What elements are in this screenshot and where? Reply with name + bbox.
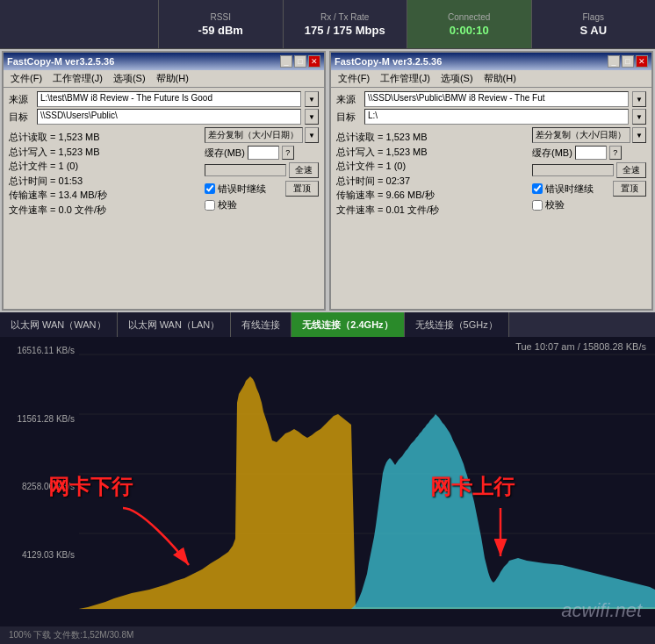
fc2-verify-label: 校验 bbox=[545, 198, 565, 211]
fc2-stats-and-controls: 总计读取 = 1,523 MB 总计写入 = 1,523 MB 总计文件 = 1… bbox=[336, 127, 646, 219]
fc2-window-buttons: _ □ ✕ bbox=[608, 55, 648, 68]
fc2-menu-options[interactable]: 选项(S) bbox=[435, 71, 479, 86]
fc1-stat-0: 总计读取 = 1,523 MB bbox=[9, 130, 107, 145]
fc2-source-input[interactable]: \\SSD\Users\Public\BMW i8 Review - The F… bbox=[364, 91, 629, 107]
fc2-source-dropdown[interactable]: ▼ bbox=[632, 91, 646, 107]
fc2-stat-4: 传输速率 = 9.66 MB/秒 bbox=[336, 188, 439, 203]
fc2-cache-input[interactable]: 128 bbox=[575, 146, 607, 160]
fc1-cache-row: 缓存(MB) 128 ? bbox=[205, 146, 319, 160]
fc2-stats: 总计读取 = 1,523 MB 总计写入 = 1,523 MB 总计文件 = 1… bbox=[336, 130, 439, 217]
fc1-fullspeed-button[interactable]: 全速 bbox=[289, 162, 319, 178]
bottom-text: 100% 下载 文件数:1,52M/30.8M bbox=[9, 629, 133, 641]
rssi-label: RSSI bbox=[211, 12, 231, 22]
fc2-stat-0: 总计读取 = 1,523 MB bbox=[336, 130, 439, 145]
fc1-verify-row: 校验 bbox=[205, 198, 319, 211]
connected-label: Connected bbox=[448, 12, 490, 22]
tab-wifi24[interactable]: 无线连接（2.4GHz） bbox=[292, 312, 404, 337]
fc1-window-buttons: _ □ ✕ bbox=[280, 55, 320, 68]
fc1-menubar: 文件(F) 工作管理(J) 选项(S) 帮助(H) bbox=[4, 70, 324, 88]
fc1-cache-help-btn[interactable]: ? bbox=[282, 146, 294, 160]
fc1-menu-help[interactable]: 帮助(H) bbox=[151, 71, 194, 86]
fc2-stat-1: 总计写入 = 1,523 MB bbox=[336, 145, 439, 160]
fc1-progress-bar bbox=[205, 164, 286, 176]
fc1-body: 来源 L:\test\BMW i8 Review - The Future Is… bbox=[4, 88, 324, 223]
fc2-menubar: 文件(F) 工作管理(J) 选项(S) 帮助(H) bbox=[331, 70, 651, 88]
fc1-menu-manage[interactable]: 工作管理(J) bbox=[47, 71, 108, 86]
fc1-stat-1: 总计写入 = 1,523 MB bbox=[9, 145, 107, 160]
flags-label: Flags bbox=[583, 12, 604, 22]
fc1-diff-row: 差分复制（大小/日期） ▼ bbox=[205, 127, 319, 143]
rxtx-value: 175 / 175 Mbps bbox=[305, 24, 385, 37]
fc1-cache-input[interactable]: 128 bbox=[248, 146, 279, 160]
fc2-fullspeed-button[interactable]: 全速 bbox=[616, 162, 646, 178]
fc1-source-label: 来源 bbox=[9, 93, 33, 106]
fc1-stat-3: 总计时间 = 01:53 bbox=[9, 174, 107, 189]
top-status-bar: RSSI -59 dBm Rx / Tx Rate 175 / 175 Mbps… bbox=[0, 0, 655, 49]
fc1-dest-input[interactable]: \\SSD\Users\Public\ bbox=[37, 109, 301, 125]
fc1-dest-dropdown[interactable]: ▼ bbox=[305, 109, 319, 125]
fc1-minimize-button[interactable]: _ bbox=[280, 55, 292, 68]
chart-svg bbox=[0, 337, 655, 644]
fc1-verify-check[interactable] bbox=[205, 200, 215, 211]
fc2-cache-label: 缓存(MB) bbox=[532, 147, 572, 160]
fc1-cache-label: 缓存(MB) bbox=[205, 147, 245, 160]
flags-value: S AU bbox=[579, 24, 607, 37]
fc1-reset-button[interactable]: 置顶 bbox=[285, 181, 319, 197]
connected-value: 0:00:10 bbox=[450, 24, 489, 37]
fc2-dest-dropdown[interactable]: ▼ bbox=[632, 109, 646, 125]
fc2-diff-input[interactable]: 差分复制（大小/日期） bbox=[532, 127, 630, 143]
fc2-verify-row: 校验 bbox=[532, 198, 646, 211]
fc2-stat-2: 总计文件 = 1 (0) bbox=[336, 159, 439, 174]
fastcopy-windows-row: FastCopy-M ver3.2.5.36 _ □ ✕ 文件(F) 工作管理(… bbox=[0, 49, 655, 312]
fc2-title: FastCopy-M ver3.2.5.36 bbox=[335, 56, 442, 67]
fc2-menu-help[interactable]: 帮助(H) bbox=[479, 71, 522, 86]
tab-wan[interactable]: 以太网 WAN（WAN） bbox=[0, 312, 118, 337]
fc2-titlebar: FastCopy-M ver3.2.5.36 _ □ ✕ bbox=[331, 53, 651, 70]
fc2-progress-bar bbox=[532, 164, 614, 176]
rssi-cell: RSSI -59 dBm bbox=[158, 0, 283, 48]
rxtx-cell: Rx / Tx Rate 175 / 175 Mbps bbox=[283, 0, 407, 48]
fc1-source-dropdown[interactable]: ▼ bbox=[305, 91, 319, 107]
tab-wired[interactable]: 有线连接 bbox=[231, 312, 292, 337]
fc1-stat-2: 总计文件 = 1 (0) bbox=[9, 159, 107, 174]
fc2-diff-row: 差分复制（大小/日期） ▼ bbox=[532, 127, 646, 143]
fc2-verify-check[interactable] bbox=[532, 200, 543, 211]
fc2-progress-row: 全速 bbox=[532, 162, 646, 178]
fc2-cache-row: 缓存(MB) 128 ? bbox=[532, 146, 646, 160]
fc1-menu-options[interactable]: 选项(S) bbox=[108, 71, 151, 86]
fc2-menu-manage[interactable]: 工作管理(J) bbox=[375, 71, 435, 86]
fc2-cache-help-btn[interactable]: ? bbox=[609, 146, 622, 160]
fc1-menu-file[interactable]: 文件(F) bbox=[5, 71, 47, 86]
fc1-right-panel: 差分复制（大小/日期） ▼ 缓存(MB) 128 ? 全速 错误时继续 bbox=[205, 127, 319, 219]
fc2-restore-button[interactable]: □ bbox=[622, 55, 634, 68]
fc1-source-input[interactable]: L:\test\BMW i8 Review - The Future Is Go… bbox=[37, 91, 301, 107]
fc2-diff-dropdown[interactable]: ▼ bbox=[632, 127, 646, 143]
fc2-reset-button[interactable]: 置顶 bbox=[613, 181, 646, 197]
tabs-bar: 以太网 WAN（WAN） 以太网 WAN（LAN） 有线连接 无线连接（2.4G… bbox=[0, 312, 655, 337]
fc1-diff-dropdown[interactable]: ▼ bbox=[305, 127, 319, 143]
fc2-close-button[interactable]: ✕ bbox=[636, 55, 648, 68]
fc1-titlebar: FastCopy-M ver3.2.5.36 _ □ ✕ bbox=[4, 53, 324, 70]
fc1-error-continue-check[interactable] bbox=[205, 183, 215, 194]
fc1-title: FastCopy-M ver3.2.5.36 bbox=[7, 56, 114, 67]
fc2-body: 来源 \\SSD\Users\Public\BMW i8 Review - Th… bbox=[331, 88, 651, 223]
fc1-close-button[interactable]: ✕ bbox=[308, 55, 320, 68]
fc1-dest-row: 目标 \\SSD\Users\Public\ ▼ bbox=[9, 109, 319, 125]
flags-cell: Flags S AU bbox=[531, 0, 656, 48]
connected-cell: Connected 0:00:10 bbox=[407, 0, 531, 48]
fc2-dest-label: 目标 bbox=[336, 111, 361, 124]
fc2-dest-input[interactable]: L:\ bbox=[364, 109, 629, 125]
fc1-restore-button[interactable]: □ bbox=[294, 55, 306, 68]
fc2-menu-file[interactable]: 文件(F) bbox=[333, 71, 375, 86]
fc2-minimize-button[interactable]: _ bbox=[608, 55, 620, 68]
rssi-value: -59 dBm bbox=[198, 24, 243, 37]
fc2-error-continue-check[interactable] bbox=[532, 183, 543, 194]
fc1-diff-input[interactable]: 差分复制（大小/日期） bbox=[205, 127, 303, 143]
fc1-error-continue-row: 错误时继续 置顶 bbox=[205, 181, 319, 197]
fastcopy-window-2: FastCopy-M ver3.2.5.36 _ □ ✕ 文件(F) 工作管理(… bbox=[329, 51, 653, 311]
fc2-error-continue-row: 错误时继续 置顶 bbox=[532, 181, 646, 197]
fc1-verify-label: 校验 bbox=[218, 198, 237, 211]
tab-lan[interactable]: 以太网 WAN（LAN） bbox=[118, 312, 232, 337]
tab-wifi5[interactable]: 无线连接（5GHz） bbox=[405, 312, 509, 337]
fc2-stat-5: 文件速率 = 0.01 文件/秒 bbox=[336, 203, 439, 218]
